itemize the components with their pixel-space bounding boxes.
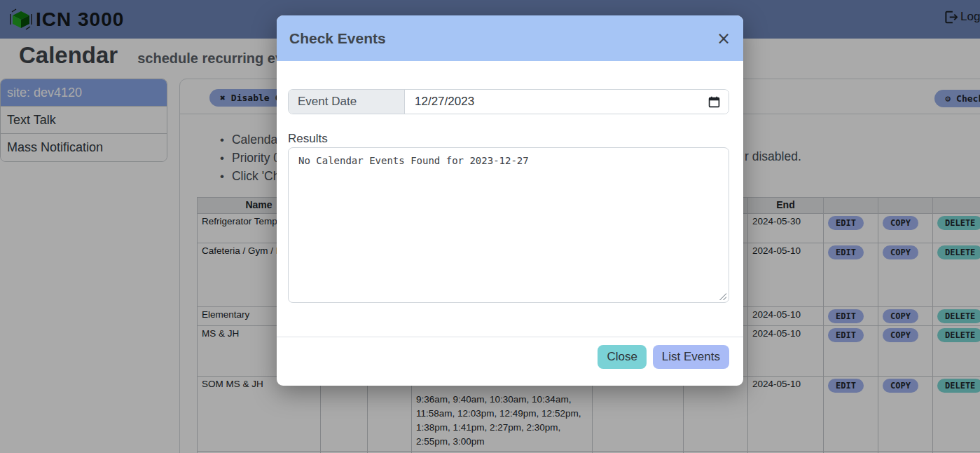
event-date-value: 12/27/2023 — [415, 95, 708, 109]
list-events-button[interactable]: List Events — [653, 345, 729, 369]
modal-title: Check Events — [289, 30, 386, 47]
event-date-group: Event Date 12/27/2023 — [288, 89, 729, 114]
results-label: Results — [288, 132, 328, 146]
resize-handle[interactable] — [718, 292, 726, 300]
check-events-modal: Check Events × Event Date 12/27/2023 Res… — [277, 15, 743, 386]
results-textarea[interactable]: No Calendar Events Found for 2023-12-27 — [288, 147, 729, 303]
modal-header: Check Events × — [277, 15, 743, 61]
close-button[interactable]: Close — [598, 345, 646, 369]
close-icon[interactable]: × — [717, 30, 731, 47]
app-screen: ICN 3000 Logout Calendar schedule recurr… — [0, 0, 980, 453]
event-date-label: Event Date — [289, 90, 405, 114]
calendar-picker-icon[interactable] — [708, 96, 720, 108]
event-date-input[interactable]: 12/27/2023 — [405, 90, 729, 114]
modal-footer: Close List Events — [277, 337, 743, 386]
